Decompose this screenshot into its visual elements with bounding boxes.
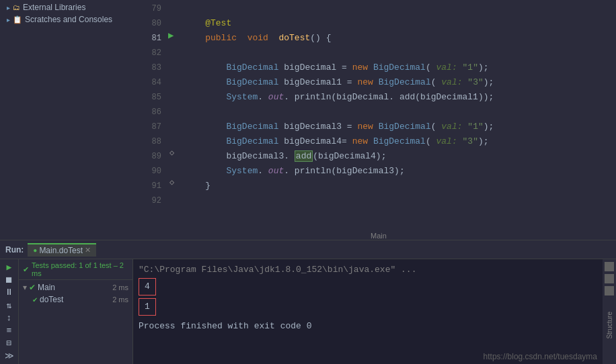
run-gutter-icon[interactable]: ▶ — [168, 30, 174, 41]
suite-label: Main — [38, 283, 55, 292]
run-tab-bar: Run: ● Main.doTest ✕ — [0, 240, 616, 259]
ln-80: 80 — [147, 16, 161, 31]
ln-81: 81 — [147, 31, 161, 46]
test-suite-main[interactable]: ▾ ✔ Main 2 ms — [19, 281, 132, 293]
stop-button[interactable]: ⏹ — [2, 275, 17, 286]
bottom-content: ▶ ⏹ ⏸ ⇅ ↕ ≡ ⊟ ≫ ✔ Tests passed: 1 of 1 t… — [0, 259, 616, 364]
sort-button[interactable]: ⇅ — [2, 300, 17, 311]
output-box-4: 4 — [139, 278, 156, 295]
output-value-1: 1 — [139, 297, 597, 317]
exit-text: Process finished with exit code 0 — [139, 321, 311, 331]
output-value-4: 4 — [139, 277, 597, 297]
output-panel: "C:\Program Files\Java\jdk1.8.0_152\bin\… — [133, 259, 603, 364]
more-button[interactable]: ≫ — [2, 350, 17, 361]
test-status-bar: ✔ Tests passed: 1 of 1 test – 2 ms — [19, 259, 132, 280]
ln-86: 86 — [147, 105, 161, 120]
watermark: https://blog.csdn.net/tuesdayma — [484, 352, 597, 361]
main-area: ▸ 🗂 External Libraries ▸ 📋 Scratches and… — [0, 0, 616, 240]
sidebar: ▸ 🗂 External Libraries ▸ 📋 Scratches and… — [0, 0, 141, 240]
code-line-88: BigDecimal bigDecimal4= new BigDecimal( … — [184, 134, 616, 149]
ln-90: 90 — [147, 164, 161, 179]
structure-btn-1[interactable] — [605, 262, 614, 271]
tab-label: Main.doTest — [39, 246, 83, 255]
code-line-84: BigDecimal bigDecimal1 = new BigDecimal(… — [184, 75, 616, 90]
code-line-79 — [184, 1, 616, 16]
run-label: Run: — [5, 245, 24, 255]
annotation-test: @Test — [205, 18, 231, 28]
external-libraries-label: External Libraries — [23, 3, 85, 12]
code-content: @Test public void doTest() { BigDecimal … — [184, 0, 616, 240]
ln-84: 84 — [147, 75, 161, 90]
test-label: doTest — [40, 295, 63, 304]
library-icon: 🗂 — [13, 3, 20, 11]
tab-green-icon: ● — [33, 246, 37, 254]
code-editor[interactable]: 79 80 81 82 83 84 85 86 87 88 89 90 91 9… — [141, 0, 616, 240]
output-command-line: "C:\Program Files\Java\jdk1.8.0_152\bin\… — [139, 263, 597, 277]
right-structure-bar: Structure — [603, 259, 616, 364]
editor-area: 79 80 81 82 83 84 85 86 87 88 89 90 91 9… — [141, 0, 616, 240]
output-exit-message: Process finished with exit code 0 — [139, 321, 597, 331]
expand-icon-main: ▾ — [23, 283, 27, 292]
expand-icon-scratches: ▸ — [7, 16, 10, 24]
status-text: Tests passed: 1 of 1 test – 2 ms — [32, 261, 128, 277]
code-lines: 79 80 81 82 83 84 85 86 87 88 89 90 91 9… — [141, 0, 616, 240]
ln-92: 92 — [147, 193, 161, 208]
code-line-80: @Test — [184, 16, 616, 31]
ln-82: 82 — [147, 46, 161, 60]
ln-91: 91 — [147, 179, 161, 193]
app: ▸ 🗂 External Libraries ▸ 📋 Scratches and… — [0, 0, 616, 364]
sidebar-item-scratches[interactable]: ▸ 📋 Scratches and Consoles — [0, 13, 141, 26]
code-line-90: System. out. println(bigDecimal3); — [184, 164, 616, 179]
scratches-label: Scratches and Consoles — [25, 15, 112, 24]
breakpoint-diamond-91: ◇ — [169, 177, 174, 187]
run-toolbar: ▶ ⏹ ⏸ ⇅ ↕ ≡ ⊟ ≫ — [0, 259, 19, 364]
structure-btn-3[interactable] — [605, 286, 614, 295]
ln-89: 89 — [147, 149, 161, 164]
run-tab[interactable]: ● Main.doTest ✕ — [28, 243, 96, 257]
output-box-1: 1 — [139, 298, 156, 316]
test-tree: ▾ ✔ Main 2 ms ✔ doTest 2 ms — [19, 280, 132, 307]
sort2-button[interactable]: ↕ — [2, 312, 17, 324]
test-item-dotest[interactable]: ✔ doTest 2 ms — [19, 293, 132, 306]
ln-87: 87 — [147, 120, 161, 134]
editor-bottom-label: Main — [371, 232, 387, 240]
status-check-icon: ✔ — [23, 265, 29, 274]
sidebar-item-external-libraries[interactable]: ▸ 🗂 External Libraries — [0, 1, 141, 13]
code-line-86 — [184, 105, 616, 120]
test-time: 2 ms — [112, 295, 128, 304]
ln-79: 79 — [147, 1, 161, 16]
pause-button[interactable]: ⏸ — [2, 287, 17, 299]
breakpoint-diamond-89: ◇ — [169, 148, 174, 158]
suite-icon: ✔ — [29, 283, 36, 292]
code-line-91: } — [184, 179, 616, 193]
code-line-87: BigDecimal bigDecimal3 = new BigDecimal(… — [184, 120, 616, 134]
kw-public: public — [205, 33, 237, 43]
code-line-85: System. out. println(bigDecimal. add(big… — [184, 90, 616, 105]
bottom-panel: Run: ● Main.doTest ✕ ▶ ⏹ ⏸ ⇅ ↕ ≡ ⊟ ≫ — [0, 240, 616, 364]
ln-85: 85 — [147, 90, 161, 105]
code-line-82 — [184, 46, 616, 60]
ln-83: 83 — [147, 60, 161, 75]
suite-time: 2 ms — [112, 283, 128, 291]
code-line-92 — [184, 193, 616, 208]
tab-close-btn[interactable]: ✕ — [85, 246, 91, 255]
method-dotest: doTest — [278, 33, 310, 43]
test-check-icon: ✔ — [32, 296, 38, 304]
structure-label[interactable]: Structure — [606, 312, 613, 339]
ln-88: 88 — [147, 134, 161, 149]
play-button[interactable]: ▶ — [2, 262, 17, 273]
output-command-text: "C:\Program Files\Java\jdk1.8.0_152\bin\… — [139, 265, 416, 275]
code-line-89: bigDecimal3. add(bigDecimal4); — [184, 149, 616, 164]
kw-void: void — [247, 33, 268, 43]
gutter: ▶ ◇ ◇ — [167, 0, 184, 240]
expand-all-button[interactable]: ≡ — [2, 325, 17, 336]
test-results-panel: ✔ Tests passed: 1 of 1 test – 2 ms ▾ ✔ M… — [19, 259, 133, 364]
expand-icon: ▸ — [7, 4, 10, 11]
collapse-all-button[interactable]: ⊟ — [2, 338, 17, 349]
line-numbers: 79 80 81 82 83 84 85 86 87 88 89 90 91 9… — [141, 0, 167, 240]
code-line-81: public void doTest() { — [184, 31, 616, 46]
code-line-83: BigDecimal bigDecimal = new BigDecimal( … — [184, 60, 616, 75]
structure-btn-2[interactable] — [605, 274, 614, 283]
scratches-icon: 📋 — [13, 15, 22, 24]
